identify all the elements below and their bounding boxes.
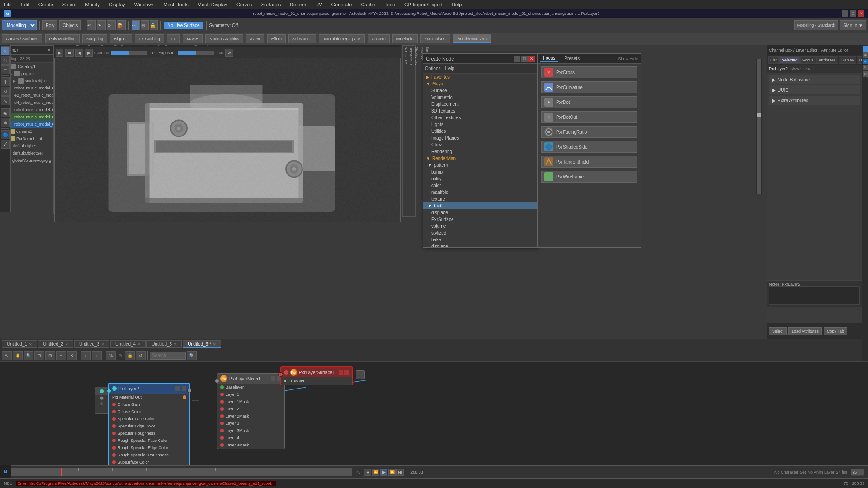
mode-dropdown[interactable]: Modelling xyxy=(2,20,37,30)
render-stop-btn[interactable]: ⏹ xyxy=(65,49,74,57)
minimize-button[interactable]: ─ xyxy=(842,10,848,17)
cn-item-glow[interactable]: Glow xyxy=(423,141,538,148)
outliner-item-studioobj[interactable]: ▶ studioObj_co xyxy=(11,77,53,84)
ae-tab-attributes[interactable]: Attributes xyxy=(816,56,838,64)
np-node-pxrtangent[interactable]: PxrTangentField xyxy=(541,156,637,168)
hs-tab-2-close[interactable]: ✕ xyxy=(65,343,68,347)
np-node-pxrwireframe[interactable]: PxrWireframe xyxy=(541,171,637,183)
hs-tb-select[interactable]: ↖ xyxy=(2,351,12,360)
outliner-item-defaultobj[interactable]: defaultObjectSet xyxy=(4,150,53,157)
hs-tb-layout[interactable]: ⊞ xyxy=(45,351,55,360)
hs-tab-1[interactable]: Untitled_1✕ xyxy=(2,340,37,348)
render-play-btn[interactable]: ▶ xyxy=(56,49,63,57)
outliner-item-pupan[interactable]: ▶ pupan xyxy=(8,70,53,77)
menu-file[interactable]: File xyxy=(2,2,14,7)
cn-item-lights[interactable]: Lights xyxy=(423,121,538,128)
outliner-menu[interactable]: ▼ xyxy=(47,48,51,52)
cn-cat-favorites[interactable]: ▶ Favorites xyxy=(423,74,538,80)
menu-display[interactable]: Display xyxy=(107,2,127,7)
cn-close[interactable]: ✕ xyxy=(528,56,535,62)
tab-effom[interactable]: Effom xyxy=(267,34,286,43)
cn-minimize[interactable]: ─ xyxy=(514,56,520,62)
outliner-item-dome[interactable]: PxrDomeLight xyxy=(8,135,53,142)
np-node-pxrshadedside[interactable]: PxrShadedSide xyxy=(541,141,637,153)
select-tool[interactable]: ↖ xyxy=(1,46,10,55)
tab-mash[interactable]: MASH xyxy=(183,34,203,43)
frp-btn-1[interactable]: | xyxy=(863,46,868,52)
attribute-editor-label[interactable]: Attribute Editor xyxy=(821,48,849,52)
gamma-slider[interactable] xyxy=(111,51,147,55)
hs-tb-lock[interactable]: 🔒 xyxy=(125,351,135,360)
cn-item-bake[interactable]: bake xyxy=(423,236,538,243)
hs-tb-zoom[interactable]: 🔍 xyxy=(24,351,33,360)
tb-icon-4[interactable]: 📦 xyxy=(117,20,126,30)
pxrlayersurface1-left-port[interactable] xyxy=(278,372,283,377)
ae-tab-focus[interactable]: Focus xyxy=(800,56,816,64)
hs-tab-4[interactable]: Untitled_4✕ xyxy=(110,340,146,348)
tab-custom[interactable]: Custom xyxy=(368,34,390,43)
hypershade-search[interactable] xyxy=(150,352,186,360)
tb-icon-3[interactable]: ⚙ xyxy=(107,20,116,30)
hs-tab-3-close[interactable]: ✕ xyxy=(101,343,104,347)
tab-zootools[interactable]: ZooToolsFC xyxy=(420,34,451,43)
hs-tb-down[interactable]: ↓ xyxy=(92,351,102,360)
snap-btn-2[interactable]: ⊞ xyxy=(141,20,149,30)
menu-select[interactable]: Select xyxy=(61,2,78,7)
ae-section-behavior-header[interactable]: ▶ Node Behaviour xyxy=(769,75,859,84)
ae-tab-help[interactable]: Help xyxy=(857,56,862,64)
pxrlayersurface1-btn2[interactable] xyxy=(344,370,349,375)
cn-menu-options[interactable]: Options xyxy=(425,66,440,71)
cn-item-othertextures[interactable]: Other Textures xyxy=(423,114,538,121)
hs-tab-2[interactable]: Untitled_2✕ xyxy=(38,340,73,348)
menu-curves[interactable]: Curves xyxy=(235,2,254,7)
frp-btn-5[interactable]: ⚙ xyxy=(863,71,868,77)
hs-tab-4-close[interactable]: ✕ xyxy=(137,343,141,347)
pxrlayer2-out-port[interactable] xyxy=(107,389,111,393)
cn-item-bump[interactable]: bump xyxy=(423,169,538,175)
hs-right-node[interactable]: → xyxy=(356,370,365,379)
timeline-track[interactable] xyxy=(9,468,352,476)
cn-item-utilities[interactable]: Utilities xyxy=(423,128,538,135)
hs-tb-search-btn[interactable]: 🔍 xyxy=(187,351,197,360)
show-tool[interactable]: ◉ xyxy=(1,108,10,117)
cn-menu-help[interactable]: Help xyxy=(445,66,454,71)
ae-copy-btn[interactable]: Copy Tab xyxy=(824,327,847,335)
pxrlayersurface1-node[interactable]: Pxr PxrLayerSurface1 Input Material xyxy=(280,366,353,385)
ae-section-extra-header[interactable]: ▶ Extra Attributes xyxy=(769,96,859,104)
tab-sculpting[interactable]: Sculpting xyxy=(82,34,107,43)
pxrlayermixer1-node[interactable]: Pxr PxrLayerMixer1 Baselayer Layer 1 Lay… xyxy=(217,373,285,449)
tab-macro[interactable]: macroinit-mega-pack xyxy=(319,34,365,43)
hs-tb-frame[interactable]: ⊡ xyxy=(34,351,44,360)
play-btn[interactable]: ▶ xyxy=(380,469,387,476)
cn-subcat-bxdf[interactable]: ▼ bxdf xyxy=(423,202,538,209)
tab-mfplugin[interactable]: MFPlugin xyxy=(392,34,418,43)
tab-curves[interactable]: Curves / Surfaces xyxy=(2,34,42,43)
tab-fx-caching[interactable]: FX Caching xyxy=(135,34,164,43)
tab-renderman[interactable]: RenderMan 26.1 xyxy=(453,34,491,43)
np-tab-focus[interactable]: Focus xyxy=(540,55,558,62)
ae-section-uuid-header[interactable]: ▶ UUID xyxy=(769,86,859,94)
menu-help[interactable]: Help xyxy=(450,2,464,7)
sign-in-btn[interactable]: Sign In ▼ xyxy=(840,20,866,30)
cn-item-surface[interactable]: Surface xyxy=(423,87,538,94)
ae-load-btn[interactable]: Load Attributes xyxy=(788,327,822,335)
menu-mesh-tools[interactable]: Mesh Tools xyxy=(161,2,190,7)
poly-modeling-btn[interactable]: Poly xyxy=(42,20,57,30)
move-tool[interactable]: ✛ xyxy=(1,77,10,86)
outliner-item-mesh5[interactable]: robot_music_model_61_shenseq... xyxy=(11,113,53,121)
menu-windows[interactable]: Windows xyxy=(132,2,156,7)
menu-mesh-display[interactable]: Mesh Display xyxy=(196,2,229,7)
frp-btn-2[interactable]: ◉ xyxy=(863,52,868,58)
cn-item-volume[interactable]: volume xyxy=(423,223,538,230)
hs-tab-5[interactable]: Untitled_5✕ xyxy=(146,340,182,348)
hs-tb-refresh[interactable]: ↺ xyxy=(136,351,146,360)
rotate-tool[interactable]: ↻ xyxy=(1,87,10,96)
cn-item-displace[interactable]: displace xyxy=(423,209,538,216)
hs-tab-5-close[interactable]: ✕ xyxy=(174,343,177,347)
cn-item-displace2[interactable]: displace xyxy=(423,243,538,247)
cn-item-displacement[interactable]: Displacement xyxy=(423,101,538,108)
cn-item-texture[interactable]: texture xyxy=(423,196,538,202)
frp-btn-3[interactable]: ◈ xyxy=(863,59,868,64)
scale-tool[interactable]: ⤡ xyxy=(1,96,10,105)
hs-tab-3[interactable]: Untitled_3✕ xyxy=(74,340,109,348)
